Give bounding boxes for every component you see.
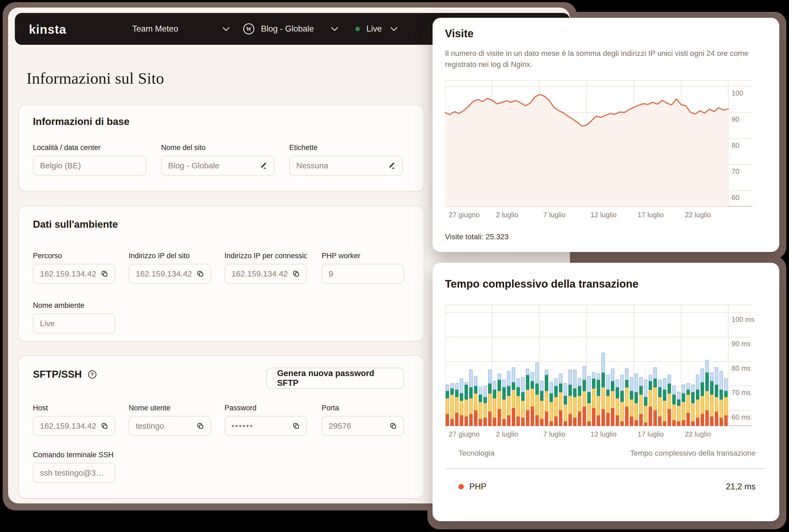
svg-text:12 luglio: 12 luglio — [590, 211, 617, 219]
wordpress-icon: W — [243, 23, 255, 35]
table-header-technology: Tecnologia — [458, 449, 494, 458]
password-field[interactable]: •••••• — [225, 416, 307, 436]
field-label: Etichette — [289, 144, 402, 152]
field-label: Porta — [322, 404, 404, 412]
edit-icon[interactable] — [260, 162, 267, 169]
table-header-time: Tempo complessivo della transazione — [630, 449, 755, 458]
svg-text:22 luglio: 22 luglio — [685, 211, 711, 219]
svg-text:70 ms: 70 ms — [732, 388, 751, 397]
ssh-command-field[interactable]: ssh testingo@34.7... — [33, 463, 115, 483]
environment-name-field[interactable]: Live — [33, 314, 115, 334]
edit-icon[interactable] — [388, 162, 396, 169]
technology-name: PHP — [469, 482, 487, 492]
environment-card: Dati sull'ambiente Percorso 162.159.134.… — [18, 206, 424, 342]
help-icon[interactable]: ? — [88, 370, 97, 379]
kinsta-logo: kinsta — [29, 22, 67, 37]
sftp-card: SFTP/SSH ? Genera nuova password SFTP Ho… — [18, 355, 424, 498]
copy-icon[interactable] — [101, 422, 108, 430]
site-name-field[interactable]: Blog - Globale — [161, 156, 275, 176]
svg-text:90: 90 — [732, 115, 739, 123]
copy-icon[interactable] — [197, 422, 204, 430]
visits-title: Visite — [445, 27, 473, 40]
team-selector[interactable]: Team Meteo — [132, 13, 179, 45]
visits-total: Visite totali: 25.323 — [445, 232, 509, 241]
field-label: Nome ambiente — [33, 301, 115, 310]
copy-icon[interactable] — [101, 270, 108, 278]
svg-text:80: 80 — [732, 141, 739, 150]
team-selector-label: Team Meteo — [132, 24, 179, 34]
svg-text:60 ms: 60 ms — [732, 413, 751, 421]
visits-card: Visite Il numero di visite in un dato me… — [433, 18, 779, 252]
screenshot-canvas: kinsta Team Meteo W Blog - Globale Live — [0, 0, 789, 532]
environment-selector[interactable]: Live — [367, 13, 382, 45]
path-field[interactable]: 162.159.134.42 — [33, 264, 115, 284]
svg-text:90 ms: 90 ms — [732, 340, 751, 348]
sftp-heading: SFTP/SSH — [33, 369, 82, 380]
chevron-down-icon[interactable] — [331, 27, 338, 31]
field-label: Località / data center — [33, 144, 146, 152]
copy-icon[interactable] — [293, 270, 300, 278]
svg-text:60: 60 — [732, 193, 739, 202]
copy-icon[interactable] — [390, 422, 397, 430]
svg-text:27 giugno: 27 giugno — [449, 430, 480, 438]
table-row-value: 21,2 ms — [726, 482, 755, 492]
svg-text:12 luglio: 12 luglio — [590, 430, 617, 438]
svg-text:W: W — [246, 26, 251, 32]
field-label: Nome del sito — [161, 144, 275, 152]
svg-text:7 luglio: 7 luglio — [543, 430, 565, 438]
visits-chart: 1009080706027 giugno2 luglio7 luglio12 l… — [445, 80, 769, 220]
copy-icon[interactable] — [197, 270, 204, 278]
field-label: Password — [225, 404, 307, 412]
environment-selector-label: Live — [367, 24, 382, 34]
generate-sftp-password-button[interactable]: Genera nuova password SFTP — [266, 368, 404, 389]
transaction-title: Tempo complessivo della transazione — [445, 278, 638, 290]
live-status-dot — [355, 27, 360, 31]
site-selector[interactable]: Blog - Globale — [261, 13, 314, 45]
svg-text:27 giugno: 27 giugno — [449, 211, 480, 219]
visits-description: Il numero di visite in un dato mese è la… — [445, 48, 766, 70]
field-label: PHP worker — [322, 252, 404, 260]
svg-text:17 luglio: 17 luglio — [638, 430, 664, 438]
host-field[interactable]: 162.159.134.42 — [33, 416, 115, 436]
username-field[interactable]: testingo — [129, 416, 211, 436]
svg-text:100 ms: 100 ms — [732, 316, 754, 323]
transaction-card: Tempo complessivo della transazione 100 … — [433, 263, 779, 521]
basic-info-card: Informazioni di base Località / data cen… — [18, 105, 424, 192]
svg-text:17 luglio: 17 luglio — [638, 211, 664, 219]
table-row[interactable]: PHP — [458, 482, 487, 492]
transaction-chart: 100 ms90 ms80 ms70 ms60 ms27 giugno2 lug… — [445, 303, 769, 438]
field-label: Host — [33, 404, 115, 412]
environment-heading: Dati sull'ambiente — [33, 219, 118, 230]
datacenter-field[interactable]: Belgio (BE) — [33, 156, 146, 176]
field-label: Indirizzo IP per connessioni — [225, 252, 307, 260]
field-label: Nome utente — [129, 404, 211, 412]
page-title: Informazioni sul Sito — [26, 69, 164, 88]
field-label: Comando terminale SSH — [33, 451, 114, 459]
svg-text:22 luglio: 22 luglio — [685, 430, 711, 438]
svg-text:70: 70 — [732, 167, 739, 175]
copy-icon[interactable] — [293, 422, 300, 430]
php-legend-dot — [458, 484, 464, 489]
svg-text:2 luglio: 2 luglio — [496, 430, 518, 438]
external-ip-field[interactable]: 162.159.134.42 — [225, 264, 307, 284]
chevron-down-icon[interactable] — [223, 27, 230, 31]
chevron-down-icon[interactable] — [391, 27, 397, 31]
svg-text:?: ? — [91, 372, 94, 377]
labels-field[interactable]: Nessuna — [289, 156, 402, 176]
field-label: Percorso — [33, 252, 115, 260]
table-divider — [446, 468, 766, 469]
svg-text:7 luglio: 7 luglio — [543, 211, 565, 219]
field-label: Indirizzo IP del sito — [129, 252, 211, 260]
svg-text:80 ms: 80 ms — [732, 364, 751, 372]
port-field[interactable]: 29576 — [322, 416, 404, 436]
svg-text:100: 100 — [732, 89, 743, 97]
basic-info-heading: Informazioni di base — [33, 116, 130, 127]
site-selector-label: Blog - Globale — [261, 24, 314, 34]
php-worker-field[interactable]: 9 — [322, 264, 404, 284]
site-ip-field[interactable]: 162.159.134.42 — [129, 264, 211, 284]
svg-text:2 luglio: 2 luglio — [496, 211, 518, 219]
